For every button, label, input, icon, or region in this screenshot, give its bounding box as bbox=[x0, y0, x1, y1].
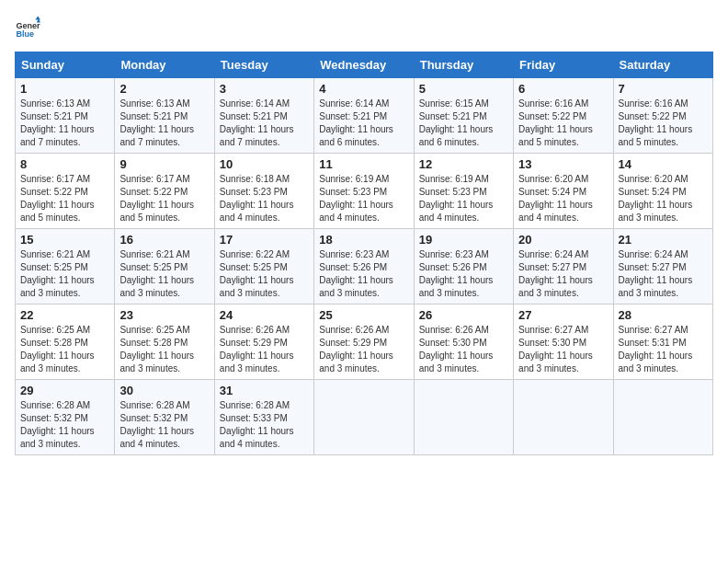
day-info: Sunrise: 6:20 AMSunset: 5:24 PMDaylight:… bbox=[518, 173, 608, 224]
day-info: Sunrise: 6:16 AMSunset: 5:22 PMDaylight:… bbox=[518, 98, 608, 149]
day-info: Sunrise: 6:14 AMSunset: 5:21 PMDaylight:… bbox=[319, 98, 408, 149]
day-info: Sunrise: 6:15 AMSunset: 5:21 PMDaylight:… bbox=[419, 98, 508, 149]
day-number: 18 bbox=[319, 233, 408, 247]
day-number: 5 bbox=[419, 82, 508, 96]
day-number: 7 bbox=[619, 82, 708, 96]
day-number: 1 bbox=[20, 82, 109, 96]
day-cell: 12Sunrise: 6:19 AMSunset: 5:23 PMDayligh… bbox=[414, 154, 513, 229]
day-number: 3 bbox=[220, 82, 309, 96]
day-cell: 14Sunrise: 6:20 AMSunset: 5:24 PMDayligh… bbox=[613, 154, 712, 229]
logo-icon: General Blue bbox=[15, 15, 40, 40]
week-row-2: 8Sunrise: 6:17 AMSunset: 5:22 PMDaylight… bbox=[16, 154, 713, 229]
day-number: 2 bbox=[119, 82, 209, 96]
day-number: 23 bbox=[119, 308, 209, 322]
day-number: 31 bbox=[220, 384, 309, 397]
day-number: 6 bbox=[518, 82, 608, 96]
day-info: Sunrise: 6:25 AMSunset: 5:28 PMDaylight:… bbox=[20, 324, 109, 375]
week-row-5: 29Sunrise: 6:28 AMSunset: 5:32 PMDayligh… bbox=[16, 380, 713, 455]
day-cell: 11Sunrise: 6:19 AMSunset: 5:23 PMDayligh… bbox=[314, 154, 414, 229]
day-number: 11 bbox=[319, 157, 408, 171]
day-info: Sunrise: 6:21 AMSunset: 5:25 PMDaylight:… bbox=[119, 248, 209, 300]
day-number: 21 bbox=[619, 233, 708, 247]
day-number: 17 bbox=[220, 233, 309, 247]
day-number: 16 bbox=[119, 233, 209, 247]
day-cell: 30Sunrise: 6:28 AMSunset: 5:32 PMDayligh… bbox=[115, 380, 214, 455]
day-cell: 16Sunrise: 6:21 AMSunset: 5:25 PMDayligh… bbox=[115, 229, 214, 304]
day-cell: 23Sunrise: 6:25 AMSunset: 5:28 PMDayligh… bbox=[115, 304, 214, 380]
day-cell: 1Sunrise: 6:13 AMSunset: 5:21 PMDaylight… bbox=[16, 78, 115, 154]
day-info: Sunrise: 6:25 AMSunset: 5:28 PMDaylight:… bbox=[119, 324, 209, 375]
day-number: 8 bbox=[20, 157, 109, 171]
day-cell bbox=[314, 380, 414, 455]
day-cell: 4Sunrise: 6:14 AMSunset: 5:21 PMDaylight… bbox=[314, 78, 414, 154]
day-info: Sunrise: 6:23 AMSunset: 5:26 PMDaylight:… bbox=[319, 248, 408, 300]
day-cell: 10Sunrise: 6:18 AMSunset: 5:23 PMDayligh… bbox=[214, 154, 313, 229]
day-number: 24 bbox=[220, 308, 309, 322]
day-cell: 24Sunrise: 6:26 AMSunset: 5:29 PMDayligh… bbox=[214, 304, 313, 380]
day-cell: 28Sunrise: 6:27 AMSunset: 5:31 PMDayligh… bbox=[613, 304, 712, 380]
day-number: 26 bbox=[419, 308, 508, 322]
day-cell: 6Sunrise: 6:16 AMSunset: 5:22 PMDaylight… bbox=[514, 78, 613, 154]
day-number: 22 bbox=[20, 308, 109, 322]
day-cell: 9Sunrise: 6:17 AMSunset: 5:22 PMDaylight… bbox=[115, 154, 214, 229]
day-info: Sunrise: 6:27 AMSunset: 5:31 PMDaylight:… bbox=[619, 324, 708, 375]
day-cell: 29Sunrise: 6:28 AMSunset: 5:32 PMDayligh… bbox=[16, 380, 115, 455]
day-info: Sunrise: 6:14 AMSunset: 5:21 PMDaylight:… bbox=[220, 98, 309, 149]
day-info: Sunrise: 6:20 AMSunset: 5:24 PMDaylight:… bbox=[619, 173, 708, 224]
day-number: 29 bbox=[20, 384, 109, 397]
day-number: 19 bbox=[419, 233, 508, 247]
day-number: 20 bbox=[518, 233, 608, 247]
day-info: Sunrise: 6:16 AMSunset: 5:22 PMDaylight:… bbox=[619, 98, 708, 149]
day-info: Sunrise: 6:28 AMSunset: 5:32 PMDaylight:… bbox=[20, 399, 109, 451]
day-info: Sunrise: 6:26 AMSunset: 5:30 PMDaylight:… bbox=[419, 324, 508, 375]
day-info: Sunrise: 6:21 AMSunset: 5:25 PMDaylight:… bbox=[20, 248, 109, 300]
calendar-table: SundayMondayTuesdayWednesdayThursdayFrid… bbox=[15, 52, 713, 455]
day-cell bbox=[613, 380, 712, 455]
day-info: Sunrise: 6:23 AMSunset: 5:26 PMDaylight:… bbox=[419, 248, 508, 300]
day-number: 4 bbox=[319, 82, 408, 96]
day-info: Sunrise: 6:18 AMSunset: 5:23 PMDaylight:… bbox=[220, 173, 309, 224]
header-row: SundayMondayTuesdayWednesdayThursdayFrid… bbox=[16, 52, 713, 78]
day-info: Sunrise: 6:24 AMSunset: 5:27 PMDaylight:… bbox=[619, 248, 708, 300]
day-info: Sunrise: 6:24 AMSunset: 5:27 PMDaylight:… bbox=[518, 248, 608, 300]
day-number: 15 bbox=[20, 233, 109, 247]
week-row-1: 1Sunrise: 6:13 AMSunset: 5:21 PMDaylight… bbox=[16, 78, 713, 154]
day-info: Sunrise: 6:22 AMSunset: 5:25 PMDaylight:… bbox=[220, 248, 309, 300]
day-info: Sunrise: 6:27 AMSunset: 5:30 PMDaylight:… bbox=[518, 324, 608, 375]
day-cell bbox=[514, 380, 613, 455]
day-info: Sunrise: 6:13 AMSunset: 5:21 PMDaylight:… bbox=[119, 98, 209, 149]
day-info: Sunrise: 6:26 AMSunset: 5:29 PMDaylight:… bbox=[220, 324, 309, 375]
day-number: 9 bbox=[119, 157, 209, 171]
day-info: Sunrise: 6:17 AMSunset: 5:22 PMDaylight:… bbox=[20, 173, 109, 224]
header-tuesday: Tuesday bbox=[214, 52, 313, 78]
day-cell: 8Sunrise: 6:17 AMSunset: 5:22 PMDaylight… bbox=[16, 154, 115, 229]
week-row-3: 15Sunrise: 6:21 AMSunset: 5:25 PMDayligh… bbox=[16, 229, 713, 304]
week-row-4: 22Sunrise: 6:25 AMSunset: 5:28 PMDayligh… bbox=[16, 304, 713, 380]
day-number: 12 bbox=[419, 157, 508, 171]
day-number: 27 bbox=[518, 308, 608, 322]
header-thursday: Thursday bbox=[414, 52, 513, 78]
day-cell: 21Sunrise: 6:24 AMSunset: 5:27 PMDayligh… bbox=[613, 229, 712, 304]
day-cell: 2Sunrise: 6:13 AMSunset: 5:21 PMDaylight… bbox=[115, 78, 214, 154]
header-monday: Monday bbox=[115, 52, 214, 78]
header-sunday: Sunday bbox=[16, 52, 115, 78]
day-cell: 31Sunrise: 6:28 AMSunset: 5:33 PMDayligh… bbox=[214, 380, 313, 455]
logo: General Blue bbox=[15, 15, 40, 40]
day-number: 25 bbox=[319, 308, 408, 322]
svg-text:Blue: Blue bbox=[16, 29, 34, 39]
day-cell: 26Sunrise: 6:26 AMSunset: 5:30 PMDayligh… bbox=[414, 304, 513, 380]
day-cell: 17Sunrise: 6:22 AMSunset: 5:25 PMDayligh… bbox=[214, 229, 313, 304]
page-header: General Blue bbox=[15, 15, 713, 40]
day-cell: 20Sunrise: 6:24 AMSunset: 5:27 PMDayligh… bbox=[514, 229, 613, 304]
day-number: 14 bbox=[619, 157, 708, 171]
day-cell: 18Sunrise: 6:23 AMSunset: 5:26 PMDayligh… bbox=[314, 229, 414, 304]
day-info: Sunrise: 6:28 AMSunset: 5:32 PMDaylight:… bbox=[119, 399, 209, 451]
day-info: Sunrise: 6:19 AMSunset: 5:23 PMDaylight:… bbox=[319, 173, 408, 224]
day-cell: 7Sunrise: 6:16 AMSunset: 5:22 PMDaylight… bbox=[613, 78, 712, 154]
header-saturday: Saturday bbox=[613, 52, 712, 78]
day-cell: 13Sunrise: 6:20 AMSunset: 5:24 PMDayligh… bbox=[514, 154, 613, 229]
day-number: 30 bbox=[119, 384, 209, 397]
day-cell bbox=[414, 380, 513, 455]
day-cell: 3Sunrise: 6:14 AMSunset: 5:21 PMDaylight… bbox=[214, 78, 313, 154]
day-number: 10 bbox=[220, 157, 309, 171]
